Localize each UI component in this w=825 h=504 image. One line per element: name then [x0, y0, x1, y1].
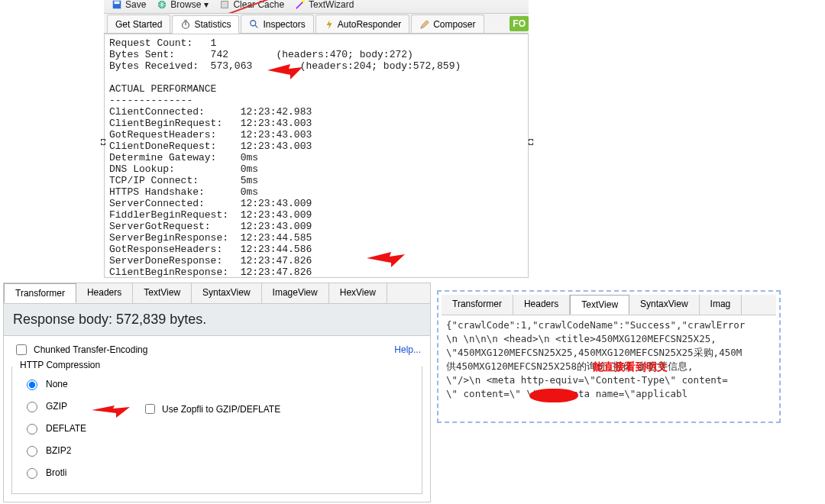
textwizard-button[interactable]: TextWizard [292, 0, 357, 11]
annotation-arrow [267, 64, 302, 82]
help-link[interactable]: Help... [394, 344, 421, 355]
clear-cache-button[interactable]: Clear Cache [216, 0, 287, 11]
globe-icon [157, 0, 167, 10]
wand-icon [295, 0, 306, 10]
radio-none[interactable]: None [23, 377, 411, 390]
tab-imageview-2[interactable]: Imag [700, 295, 742, 315]
tab-composer[interactable]: Composer [411, 15, 484, 33]
radio-gzip-input[interactable] [27, 402, 37, 412]
radio-label: GZIP [46, 401, 67, 412]
svg-rect-1 [115, 1, 120, 4]
http-compression-group: HTTP Compression None GZIP DEFLATE BZIP2… [11, 367, 422, 494]
tab-autoresponder[interactable]: AutoResponder [315, 15, 409, 33]
text-line: \"450MXG120MEFCSN25X25,450MXG120MEFCSN25… [446, 346, 772, 360]
clear-cache-label: Clear Cache [233, 0, 284, 10]
stopwatch-icon [180, 19, 191, 30]
tab-label: AutoResponder [338, 19, 401, 30]
chunked-checkbox-input[interactable] [16, 344, 27, 355]
radio-label: None [46, 379, 68, 389]
zopfli-checkbox[interactable]: Use Zopfli to GZIP/DEFLATE [142, 402, 280, 416]
text-line: {"crawlCode":1,"crawlCodeName":"Success"… [446, 318, 772, 332]
svg-marker-7 [267, 64, 302, 79]
response-body-size: Response body: 572,839 bytes. [4, 304, 430, 336]
text-line: \"/>\n <meta http-equiv=\"Content-Type\"… [446, 373, 772, 387]
response-tabs-2: Transformer Headers TextView SyntaxView … [442, 295, 776, 315]
annotation-arrow [92, 404, 130, 419]
tab-transformer-2[interactable]: Transformer [442, 295, 513, 315]
annotation-text-cn: 能直接看到明文 [593, 360, 668, 373]
group-title: HTTP Compression [17, 360, 103, 370]
radio-label: BZIP2 [46, 445, 71, 456]
save-button[interactable]: Save [108, 0, 149, 11]
statistics-panel: Request Count: 1 Bytes Sent: 742 (header… [104, 34, 529, 278]
radio-deflate-input[interactable] [27, 424, 37, 435]
tab-syntaxview[interactable]: SyntaxView [192, 283, 261, 303]
svg-marker-9 [92, 405, 130, 418]
inspector-tabs: Get Started Statistics Inspectors AutoRe… [104, 14, 529, 34]
browse-label: Browse [170, 0, 201, 10]
annotation-arrow [367, 252, 405, 270]
tab-syntaxview-2[interactable]: SyntaxView [629, 295, 699, 315]
svg-rect-3 [222, 1, 228, 8]
tab-headers-2[interactable]: Headers [513, 295, 570, 315]
selection-handle [529, 139, 533, 145]
radio-none-input[interactable] [27, 380, 37, 390]
tab-headers[interactable]: Headers [76, 283, 133, 303]
zopfli-label: Use Zopfli to GZIP/DEFLATE [162, 404, 280, 415]
tab-label: Statistics [194, 19, 231, 30]
magnifier-icon [249, 19, 260, 30]
tab-label: Inspectors [263, 19, 305, 30]
save-icon [112, 0, 122, 10]
browse-button[interactable]: Browse ▾ [154, 0, 212, 11]
tab-textview-2[interactable]: TextView [570, 295, 629, 315]
textview-body[interactable]: {"crawlCode":1,"crawlCodeName":"Success"… [442, 315, 776, 418]
radio-brotli-input[interactable] [27, 468, 37, 479]
svg-marker-8 [367, 252, 405, 267]
clear-cache-icon [219, 0, 230, 10]
tab-label: Composer [433, 19, 475, 30]
annotation-redaction [529, 389, 578, 402]
radio-deflate[interactable]: DEFLATE [23, 422, 411, 435]
tab-imageview[interactable]: ImageView [262, 283, 329, 303]
stats-text: Request Count: 1 Bytes Sent: 742 (header… [109, 37, 523, 278]
main-toolbar: Save Browse ▾ Clear Cache TextWizard [104, 0, 529, 14]
text-line: \" content=\" \">\n <meta name=\"applica… [446, 387, 772, 401]
tab-hexview[interactable]: HexView [329, 283, 387, 303]
radio-label: DEFLATE [46, 423, 86, 434]
response-textview-panel: Transformer Headers TextView SyntaxView … [437, 290, 781, 423]
chunked-label: Chunked Transfer-Encoding [34, 344, 147, 355]
zopfli-checkbox-input[interactable] [145, 404, 155, 414]
textwizard-label: TextWizard [309, 0, 354, 10]
tab-statistics[interactable]: Statistics [172, 15, 239, 34]
radio-bzip2[interactable]: BZIP2 [23, 444, 411, 457]
pencil-icon [419, 19, 430, 30]
save-label: Save [125, 0, 146, 10]
tab-inspectors[interactable]: Inspectors [241, 15, 313, 33]
response-transformer-panel: Transformer Headers TextView SyntaxView … [3, 283, 431, 502]
response-tabs: Transformer Headers TextView SyntaxView … [4, 283, 430, 304]
dropdown-icon: ▾ [204, 0, 209, 10]
radio-bzip2-input[interactable] [27, 446, 37, 457]
tab-label: Get Started [115, 19, 162, 30]
text-line: \n \n\n\n <head>\n <title>450MXG120MEFCS… [446, 332, 772, 346]
svg-point-6 [251, 20, 256, 25]
chunked-checkbox[interactable]: Chunked Transfer-Encoding [13, 342, 147, 357]
lightning-icon [324, 19, 335, 30]
tab-textview[interactable]: TextView [133, 283, 192, 303]
tab-get-started[interactable]: Get Started [107, 15, 170, 33]
fiddler-orchestra-button[interactable]: FO [510, 16, 529, 31]
radio-brotli[interactable]: Brotli [23, 466, 411, 479]
tab-transformer[interactable]: Transformer [4, 283, 76, 303]
selection-handle [101, 139, 105, 145]
radio-label: Brotli [46, 467, 66, 478]
